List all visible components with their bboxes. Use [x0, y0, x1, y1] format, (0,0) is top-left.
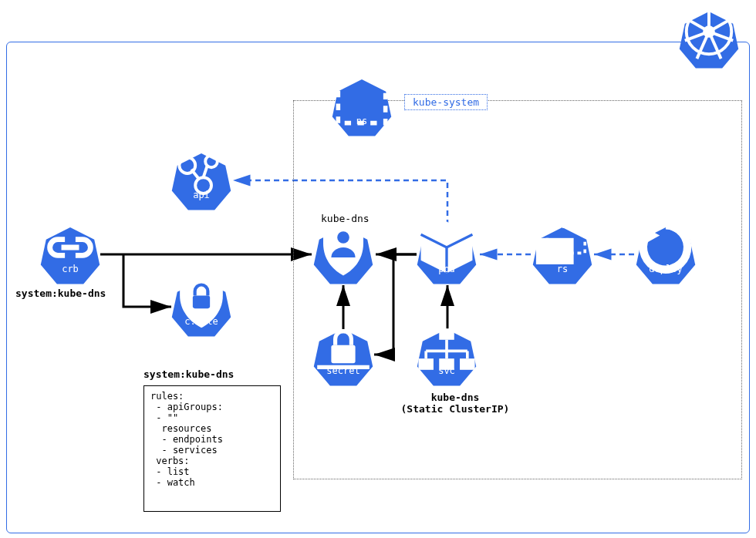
crb-node-label: crb [40, 264, 100, 274]
svc-node-label: svc [417, 365, 477, 376]
ns-node: ns [332, 77, 392, 137]
namespace-label: kube-system [404, 94, 488, 110]
diagram-root: kube-system ns api crb system:kube-dns c… [0, 0, 756, 538]
svg-line-22 [191, 170, 199, 180]
ns-node-label: ns [332, 116, 392, 126]
api-node: api [171, 151, 231, 211]
svg-point-28 [337, 231, 349, 244]
sa-node: sa [313, 225, 373, 285]
crb-node: crb [40, 225, 100, 285]
crb-caption: system:kube-dns [15, 287, 106, 299]
namespace-boundary [293, 100, 742, 479]
deploy-node: deploy [636, 225, 696, 285]
secret-node-label: secret [313, 365, 373, 376]
svg-line-9 [709, 19, 730, 32]
secret-node: secret [313, 327, 373, 387]
kubernetes-logo-icon [679, 9, 739, 69]
svg-rect-26 [193, 295, 210, 308]
svg-rect-40 [331, 345, 355, 363]
sa-node-label: sa [313, 264, 373, 274]
svg-rect-33 [536, 238, 574, 264]
rs-node: rs [532, 225, 592, 285]
api-node-label: api [171, 190, 231, 200]
crole-node-label: c.role [171, 316, 231, 327]
svg-line-23 [204, 166, 208, 178]
pod-node-label: pod [417, 264, 477, 274]
sa-caption: kube-dns [321, 213, 370, 224]
svg-marker-36 [642, 225, 660, 245]
deploy-node-label: deploy [636, 264, 696, 274]
rules-box: rules: - apiGroups: - "" resources - end… [143, 385, 281, 512]
rules-title: system:kube-dns [143, 368, 234, 380]
svc-node: svc [417, 327, 477, 387]
pod-node: pod [417, 225, 477, 285]
crole-node: c.role [171, 277, 231, 338]
rs-node-label: rs [532, 264, 592, 274]
svc-caption: kube-dns (Static ClusterIP) [393, 392, 517, 415]
svg-line-14 [688, 19, 709, 32]
svg-rect-42 [439, 328, 454, 340]
